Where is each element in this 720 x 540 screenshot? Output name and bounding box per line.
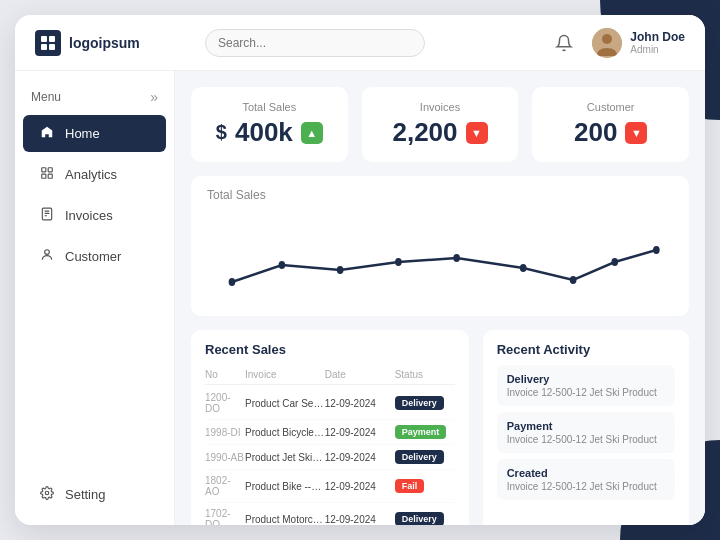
notification-icon[interactable]	[550, 29, 578, 57]
table-row: 1990-AB Product Jet Ski --12-2912-AO 12-…	[205, 445, 455, 470]
col-invoice: Invoice	[245, 369, 325, 380]
svg-rect-2	[41, 44, 47, 50]
chart-title: Total Sales	[207, 188, 673, 202]
status-badge: Delivery	[395, 450, 444, 464]
sidebar-item-setting[interactable]: Setting	[23, 476, 166, 513]
svg-point-20	[453, 254, 460, 262]
svg-point-19	[395, 258, 402, 266]
svg-rect-6	[42, 168, 46, 172]
chart-svg	[207, 210, 673, 300]
table-header: No Invoice Date Status	[205, 365, 455, 385]
header: logoipsum John Doe Admin	[15, 15, 705, 71]
row-no: 1702-DO	[205, 508, 245, 525]
svg-rect-9	[48, 174, 52, 178]
recent-sales-title: Recent Sales	[205, 342, 455, 357]
stat-currency-total-sales: $	[216, 121, 227, 144]
user-name: John Doe	[630, 30, 685, 44]
table-row: 1702-DO Product Motorcycle --12-11-AO 12…	[205, 503, 455, 525]
sales-table-body: 1200-DO Product Car Seat --12-1400-DO 12…	[205, 387, 455, 525]
row-status: Fail	[395, 479, 455, 493]
sidebar-item-invoices[interactable]: Invoices	[23, 197, 166, 234]
svg-point-21	[520, 264, 527, 272]
app-container: logoipsum John Doe Admin	[15, 15, 705, 525]
svg-rect-0	[41, 36, 47, 42]
col-date: Date	[325, 369, 395, 380]
activity-item: Delivery Invoice 12-500-12 Jet Ski Produ…	[497, 365, 675, 406]
activity-type: Delivery	[507, 373, 665, 385]
row-date: 12-09-2024	[325, 427, 395, 438]
activity-item: Payment Invoice 12-500-12 Jet Ski Produc…	[497, 412, 675, 453]
stat-card-invoices: Invoices 2,200 ▼	[362, 87, 519, 162]
row-date: 12-09-2024	[325, 452, 395, 463]
menu-label: Menu	[31, 90, 61, 104]
col-no: No	[205, 369, 245, 380]
invoices-icon	[39, 207, 55, 224]
row-invoice: Product Bike --12-1291-AD	[245, 481, 325, 492]
row-invoice: Product Car Seat --12-1400-DO	[245, 398, 325, 409]
row-date: 12-09-2024	[325, 398, 395, 409]
row-status: Delivery	[395, 396, 455, 410]
sidebar-item-customer[interactable]: Customer	[23, 238, 166, 275]
table-row: 1200-DO Product Car Seat --12-1400-DO 12…	[205, 387, 455, 420]
trend-down-invoices: ▼	[466, 122, 488, 144]
row-status: Payment	[395, 425, 455, 439]
svg-point-23	[611, 258, 618, 266]
row-no: 1802-AO	[205, 475, 245, 497]
status-badge: Delivery	[395, 512, 444, 525]
setting-icon	[39, 486, 55, 503]
col-status: Status	[395, 369, 455, 380]
trend-down-customer: ▼	[625, 122, 647, 144]
row-no: 1200-DO	[205, 392, 245, 414]
analytics-icon	[39, 166, 55, 183]
sidebar-item-analytics[interactable]: Analytics	[23, 156, 166, 193]
stat-value-row-invoices: 2,200 ▼	[392, 117, 487, 148]
svg-rect-3	[49, 44, 55, 50]
sidebar-item-home-label: Home	[65, 126, 100, 141]
svg-point-17	[279, 261, 286, 269]
search-bar	[205, 29, 425, 57]
search-input[interactable]	[205, 29, 425, 57]
sidebar-menu-label: Menu »	[15, 81, 174, 113]
status-badge: Delivery	[395, 396, 444, 410]
header-right: John Doe Admin	[550, 28, 685, 58]
recent-activity-title: Recent Activity	[497, 342, 675, 357]
home-icon	[39, 125, 55, 142]
logo-text: logoipsum	[69, 35, 140, 51]
svg-point-14	[45, 250, 50, 255]
row-invoice: Product Bicycle --12-130-AOI	[245, 427, 325, 438]
svg-rect-8	[42, 174, 46, 178]
stat-value-row-total-sales: $ 400k ▲	[216, 117, 323, 148]
svg-rect-1	[49, 36, 55, 42]
stat-label-customer: Customer	[587, 101, 635, 113]
stat-card-total-sales: Total Sales $ 400k ▲	[191, 87, 348, 162]
row-no: 1998-DI	[205, 427, 245, 438]
row-no: 1990-AB	[205, 452, 245, 463]
activity-type: Payment	[507, 420, 665, 432]
chart-card: Total Sales	[191, 176, 689, 316]
sidebar-item-analytics-label: Analytics	[65, 167, 117, 182]
sidebar: Menu » Home Analytics Invoices	[15, 71, 175, 525]
row-invoice: Product Motorcycle --12-11-AO	[245, 514, 325, 525]
activity-desc: Invoice 12-500-12 Jet Ski Product	[507, 481, 665, 492]
stat-value-invoices: 2,200	[392, 117, 457, 148]
content: Total Sales $ 400k ▲ Invoices 2,200 ▼ Cu	[175, 71, 705, 525]
user-area[interactable]: John Doe Admin	[592, 28, 685, 58]
activity-desc: Invoice 12-500-12 Jet Ski Product	[507, 434, 665, 445]
sidebar-item-home[interactable]: Home	[23, 115, 166, 152]
row-status: Delivery	[395, 512, 455, 525]
user-role: Admin	[630, 44, 685, 55]
stat-label-total-sales: Total Sales	[242, 101, 296, 113]
table-row: 1998-DI Product Bicycle --12-130-AOI 12-…	[205, 420, 455, 445]
row-date: 12-09-2024	[325, 481, 395, 492]
stat-label-invoices: Invoices	[420, 101, 460, 113]
svg-point-22	[570, 276, 577, 284]
svg-point-24	[653, 246, 660, 254]
main-body: Menu » Home Analytics Invoices	[15, 71, 705, 525]
activity-item: Created Invoice 12-500-12 Jet Ski Produc…	[497, 459, 675, 500]
activity-type: Created	[507, 467, 665, 479]
svg-point-15	[45, 491, 49, 495]
bottom-section: Recent Sales No Invoice Date Status 1200…	[191, 330, 689, 525]
stat-card-customer: Customer 200 ▼	[532, 87, 689, 162]
row-invoice: Product Jet Ski --12-2912-AO	[245, 452, 325, 463]
stat-cards: Total Sales $ 400k ▲ Invoices 2,200 ▼ Cu	[191, 87, 689, 162]
